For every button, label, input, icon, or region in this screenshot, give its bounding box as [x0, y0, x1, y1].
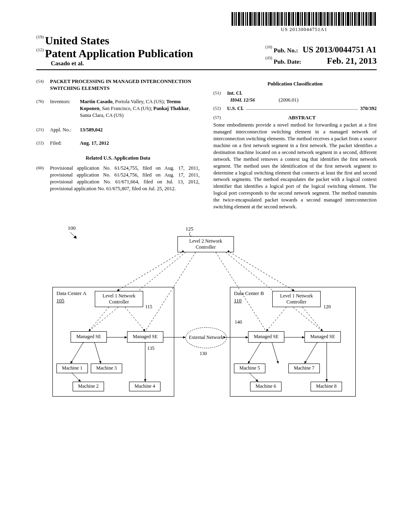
left-column: (54) PACKET PROCESSING IN MANAGED INTERC… [36, 75, 200, 210]
svg-rect-2 [236, 12, 237, 26]
patent-page: US 20130044751A1 (19) United States (12)… [0, 0, 413, 428]
managed-se-b1: Managed SE [248, 331, 284, 343]
abstract-text: Some embodiments provide a novel method … [213, 122, 377, 210]
svg-rect-22 [281, 12, 283, 26]
svg-rect-53 [352, 12, 353, 26]
svg-rect-61 [369, 12, 372, 26]
svg-rect-35 [311, 12, 312, 26]
svg-rect-59 [365, 12, 367, 26]
svg-rect-17 [269, 12, 272, 26]
svg-rect-32 [304, 12, 306, 26]
dots-leader [246, 105, 358, 110]
pub-no: US 2013/0044751 A1 [302, 45, 376, 54]
machine-3: Machine 3 [91, 364, 122, 373]
code-51: (51) [213, 90, 227, 104]
svg-line-66 [117, 252, 181, 291]
svg-rect-46 [336, 12, 337, 26]
code-57: (57) [213, 114, 227, 121]
int-cl-label: Int. Cl. [227, 90, 242, 96]
svg-rect-31 [302, 12, 303, 26]
svg-rect-13 [261, 12, 262, 26]
svg-rect-63 [374, 12, 376, 26]
svg-rect-9 [252, 12, 253, 26]
svg-rect-54 [354, 12, 356, 26]
inventor-3: Pankaj Thakkar [153, 106, 189, 111]
svg-rect-37 [315, 12, 317, 26]
svg-rect-12 [258, 12, 260, 26]
svg-rect-55 [357, 12, 357, 26]
code-76: (76) [36, 98, 50, 119]
svg-rect-62 [373, 12, 373, 26]
svg-rect-56 [358, 12, 360, 26]
provisional-text: Provisional application No. 61/524,755, … [50, 165, 200, 192]
appl-no: 13/589,042 [80, 127, 103, 133]
barcode-text: US 20130044751A1 [232, 27, 377, 33]
code-21: (21) [36, 127, 50, 133]
svg-rect-51 [347, 12, 349, 26]
authors: Casado et al. [36, 60, 193, 67]
svg-rect-3 [238, 12, 240, 26]
svg-rect-27 [292, 12, 294, 26]
datacenter-b-title: Data Center B 110 [234, 290, 264, 304]
svg-rect-36 [313, 12, 314, 26]
abstract-label: ABSTRACT [227, 114, 377, 121]
pub-date-label: Pub. Date: [273, 58, 301, 65]
machine-1: Machine 1 [56, 364, 88, 373]
svg-rect-7 [247, 12, 248, 26]
filed-label: Filed: [50, 140, 80, 147]
code-19: (19) [36, 34, 44, 39]
pub-date: Feb. 21, 2013 [327, 56, 377, 66]
external-network: External Network [186, 327, 227, 348]
datacenter-a-title: Data Center A 105 [56, 290, 86, 304]
svg-rect-28 [295, 12, 296, 26]
us-cl-value: 370/392 [360, 105, 377, 112]
related-header: Related U.S. Application Data [36, 155, 200, 162]
machine-6: Machine 6 [250, 382, 282, 391]
svg-rect-20 [277, 12, 279, 26]
svg-line-67 [230, 252, 294, 291]
managed-se-a2: Managed SE [127, 331, 163, 343]
svg-rect-1 [234, 12, 235, 26]
svg-rect-8 [249, 12, 252, 26]
managed-se-b2: Managed SE [305, 331, 341, 343]
svg-rect-45 [334, 12, 335, 26]
pub-no-label: Pub. No.: [273, 47, 298, 54]
svg-rect-58 [363, 12, 364, 26]
svg-rect-48 [341, 12, 342, 26]
svg-rect-41 [324, 12, 325, 26]
svg-rect-5 [242, 12, 244, 26]
svg-rect-49 [342, 12, 344, 26]
svg-rect-11 [257, 12, 257, 26]
filed-date: Aug. 17, 2012 [80, 140, 109, 146]
header-left: (19) United States (12) Patent Applicati… [36, 34, 193, 67]
int-cl-year: (2006.01) [279, 97, 298, 104]
svg-rect-10 [254, 12, 256, 26]
svg-rect-50 [345, 12, 346, 26]
svg-rect-23 [284, 12, 285, 26]
header-row: (19) United States (12) Patent Applicati… [36, 34, 377, 70]
int-cl-code: H04L 12/56 [227, 97, 279, 104]
svg-rect-30 [300, 12, 301, 26]
svg-rect-33 [307, 12, 307, 26]
barcode: US 20130044751A1 [232, 12, 377, 33]
svg-rect-24 [286, 12, 287, 26]
body-columns: (54) PACKET PROCESSING IN MANAGED INTERC… [36, 75, 377, 210]
svg-rect-42 [327, 12, 329, 26]
inventors: Martin Casado, Portola Valley, CA (US); … [80, 98, 200, 119]
svg-rect-29 [297, 12, 299, 26]
ref-130: 130 [200, 351, 207, 357]
machine-2: Machine 2 [73, 382, 104, 391]
ref-105: 105 [56, 297, 86, 304]
svg-rect-47 [338, 12, 340, 26]
svg-rect-26 [291, 12, 292, 26]
invention-title: PACKET PROCESSING IN MANAGED INTERCONNEC… [50, 78, 200, 92]
svg-rect-0 [232, 12, 233, 26]
ref-115: 115 [145, 304, 152, 310]
barcode-icon [232, 12, 377, 26]
svg-rect-18 [273, 12, 273, 26]
svg-rect-19 [274, 12, 275, 26]
svg-rect-34 [308, 12, 310, 26]
code-22: (22) [36, 140, 50, 147]
header-right: (10) Pub. No.: US 2013/0044751 A1 (43) P… [265, 44, 377, 67]
ref-140: 140 [235, 319, 242, 325]
